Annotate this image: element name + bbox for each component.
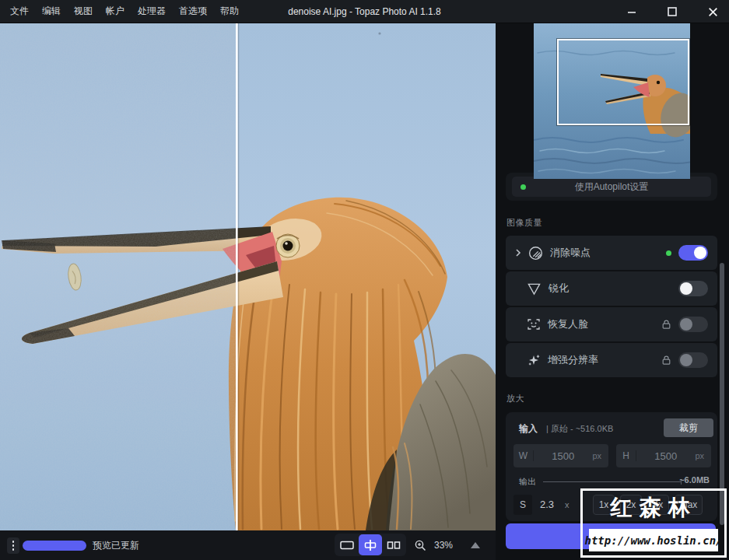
crop-button[interactable]: 裁剪 bbox=[664, 418, 713, 437]
feature-label-sharpen: 锐化 bbox=[549, 282, 569, 296]
menu-help[interactable]: 帮助 bbox=[220, 5, 239, 18]
maximize-icon bbox=[667, 6, 678, 17]
status-bar: 预览已更新 bbox=[0, 530, 496, 560]
denoise-status-dot bbox=[666, 250, 671, 256]
kebab-icon bbox=[12, 541, 15, 543]
scale-field-label: S bbox=[513, 495, 532, 515]
feature-label-denoise: 消除噪点 bbox=[550, 246, 591, 260]
autopilot-status-dot bbox=[520, 184, 526, 190]
split-view-icon bbox=[363, 539, 378, 551]
feature-row-recover-faces[interactable]: 恢复人脸 bbox=[506, 307, 717, 341]
width-field-unit: px bbox=[592, 451, 608, 460]
lock-icon bbox=[661, 355, 671, 366]
navigator-viewport[interactable] bbox=[557, 39, 689, 125]
watermark-url: http://www.hoslin.cn/ bbox=[589, 529, 718, 551]
chevron-right-icon[interactable] bbox=[515, 248, 521, 257]
close-icon bbox=[707, 6, 719, 18]
autopilot-settings-button[interactable]: 使用Autopilot设置 bbox=[512, 177, 711, 197]
enhance-resolution-toggle bbox=[678, 352, 708, 368]
feature-row-enhance-resolution[interactable]: 增强分辨率 bbox=[506, 343, 717, 377]
output-size-slider[interactable] bbox=[543, 481, 682, 482]
menu-edit[interactable]: 编辑 bbox=[42, 5, 61, 18]
preview-status-text: 预览已更新 bbox=[93, 530, 139, 560]
scale-field-value[interactable]: 2.3 bbox=[540, 499, 554, 510]
watermark-name: 红森林 bbox=[583, 493, 724, 523]
zoom-level-value: 33% bbox=[434, 540, 453, 551]
upscale-section-title: 放大 bbox=[506, 393, 524, 404]
zoom-control[interactable]: 33% bbox=[414, 530, 480, 560]
maximize-button[interactable] bbox=[664, 3, 681, 20]
preview-progress-bar bbox=[23, 541, 86, 551]
title-bar: 文件 编辑 视图 帐户 处理器 首选项 帮助 denoise AI.jpg - … bbox=[0, 0, 729, 23]
sharpen-icon bbox=[527, 282, 541, 296]
navigator-thumbnail[interactable] bbox=[534, 23, 690, 179]
height-field-unit: px bbox=[695, 451, 711, 460]
height-field[interactable]: H 1500 px bbox=[616, 444, 711, 467]
split-divider-handle[interactable] bbox=[236, 23, 238, 530]
sparkle-icon bbox=[527, 353, 541, 367]
image-quality-section-title: 图像质量 bbox=[506, 217, 542, 229]
menu-view[interactable]: 视图 bbox=[74, 5, 93, 18]
split-divider-shadow bbox=[238, 23, 239, 530]
view-mode-group bbox=[335, 534, 406, 556]
side-by-side-view-button[interactable] bbox=[382, 534, 405, 555]
menu-account[interactable]: 帐户 bbox=[106, 5, 124, 18]
menu-preferences[interactable]: 首选项 bbox=[179, 5, 207, 18]
side-by-side-view-icon bbox=[386, 539, 401, 551]
scale-field-unit: x bbox=[565, 500, 570, 509]
window-controls bbox=[623, 0, 721, 23]
zoom-expand-icon[interactable] bbox=[471, 542, 480, 548]
menu-processor[interactable]: 处理器 bbox=[138, 5, 166, 18]
app-window: 文件 编辑 视图 帐户 处理器 首选项 帮助 denoise AI.jpg - … bbox=[0, 0, 729, 560]
feature-label-recover-faces: 恢复人脸 bbox=[548, 317, 588, 331]
width-field-label: W bbox=[513, 450, 534, 461]
split-view-button[interactable] bbox=[359, 534, 382, 555]
height-field-label: H bbox=[616, 450, 636, 461]
bird-photo bbox=[0, 23, 496, 530]
input-label: 输入 bbox=[519, 422, 538, 436]
height-field-value: 1500 bbox=[636, 450, 695, 462]
face-icon bbox=[527, 317, 541, 331]
feature-row-sharpen[interactable]: 锐化 bbox=[506, 271, 717, 306]
minimize-button[interactable] bbox=[623, 3, 640, 20]
menu-bar: 文件 编辑 视图 帐户 处理器 首选项 帮助 bbox=[0, 5, 239, 18]
feature-row-denoise[interactable]: 消除噪点 bbox=[506, 236, 717, 270]
output-size-value: ~6.0MB bbox=[679, 475, 710, 485]
minimize-icon bbox=[626, 6, 637, 17]
autopilot-settings-label: 使用Autopilot设置 bbox=[575, 180, 649, 194]
width-field[interactable]: W 1500 px bbox=[513, 444, 608, 467]
denoise-toggle[interactable] bbox=[678, 245, 708, 261]
single-view-icon bbox=[339, 539, 355, 551]
width-field-value: 1500 bbox=[534, 450, 592, 462]
settings-panel: 使用Autopilot设置 图像质量 消除噪点 锐化 bbox=[496, 23, 729, 560]
lock-icon bbox=[661, 319, 671, 330]
sharpen-toggle[interactable] bbox=[678, 281, 708, 296]
single-view-button[interactable] bbox=[335, 534, 359, 555]
feature-label-enhance-resolution: 增强分辨率 bbox=[548, 353, 598, 367]
preview-canvas[interactable] bbox=[0, 23, 496, 530]
menu-file[interactable]: 文件 bbox=[10, 5, 29, 18]
input-size-info: | 原始 - ~516.0KB bbox=[546, 423, 613, 435]
window-title: denoise AI.jpg - Topaz Photo AI 1.1.8 bbox=[288, 0, 441, 23]
noise-icon bbox=[528, 246, 543, 261]
overflow-menu-button[interactable] bbox=[7, 537, 19, 554]
panel-scrollbar[interactable] bbox=[720, 263, 724, 525]
output-label: 输出 bbox=[519, 476, 536, 488]
recover-faces-toggle bbox=[678, 317, 708, 332]
watermark-box: 红森林 http://www.hoslin.cn/ bbox=[580, 488, 727, 558]
close-button[interactable] bbox=[704, 3, 721, 20]
zoom-in-icon bbox=[414, 539, 427, 552]
